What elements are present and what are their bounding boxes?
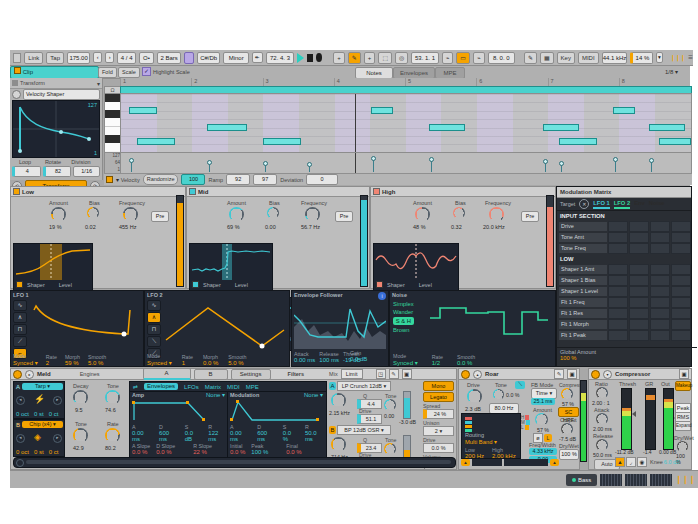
- warning-triangle-icon[interactable]: ▲: [550, 459, 559, 466]
- fb-time-field[interactable]: 25.1 ms: [531, 398, 555, 405]
- arrangement-back-button[interactable]: ↞: [252, 52, 262, 63]
- roar-tone-tilt-icon[interactable]: ⟍: [515, 381, 525, 389]
- activity-view-button[interactable]: ◉: [637, 457, 647, 467]
- spread-field[interactable]: 24 %: [423, 409, 454, 419]
- punch-in-icon[interactable]: ⌁: [442, 52, 454, 64]
- matrix-cell[interactable]: [671, 232, 691, 243]
- matrix-row-label[interactable]: Shaper 1 Amt: [559, 265, 607, 274]
- engine-a-prev-icon[interactable]: ◂: [16, 396, 25, 405]
- mid-bias-knob[interactable]: [267, 207, 279, 219]
- computer-midi-keyboard-icon[interactable]: ▦: [540, 52, 554, 64]
- swap-icon[interactable]: ⇄: [133, 383, 138, 390]
- velocity-lane-menu[interactable]: ▾ Velocity: [116, 176, 140, 183]
- scale-button[interactable]: Scale: [118, 67, 140, 78]
- device-on-toggle[interactable]: [591, 370, 600, 379]
- triangle-wave-button[interactable]: ∧: [13, 312, 27, 323]
- matrix-cell[interactable]: [671, 297, 691, 308]
- amp-dslope-field[interactable]: 0.0 %: [156, 449, 171, 455]
- matrix-cell[interactable]: [629, 308, 649, 319]
- ratio-knob[interactable]: [596, 387, 608, 399]
- loop-switch-icon[interactable]: ▭: [456, 52, 470, 64]
- matrix-cell[interactable]: [650, 319, 670, 330]
- mono-button[interactable]: Mono: [423, 381, 454, 391]
- band-high-color-icon[interactable]: [373, 188, 380, 195]
- filter-a-level-fader[interactable]: [403, 391, 411, 419]
- engine-b-prev-icon[interactable]: ◂: [16, 434, 25, 443]
- matrix-row-label[interactable]: Shaper 1 Level: [559, 287, 607, 296]
- midi-draw-icon[interactable]: ✎: [524, 52, 537, 64]
- mod-release-field[interactable]: 50.0 ms: [305, 430, 317, 442]
- lfo2-smooth-field[interactable]: 5.0 %: [228, 360, 243, 366]
- high-amount-knob[interactable]: [415, 207, 430, 222]
- device-on-toggle[interactable]: [13, 370, 22, 379]
- ef-attack-field[interactable]: 0.00 ms: [294, 357, 315, 363]
- bar-ruler[interactable]: 12345678: [120, 78, 690, 86]
- lfo2-mode-menu[interactable]: Synced ▾: [147, 360, 172, 366]
- matrix-cell[interactable]: [629, 232, 649, 243]
- square-wave-button[interactable]: ⊓: [147, 324, 161, 335]
- loop-toggle-icon[interactable]: ◎: [395, 52, 408, 64]
- high-shaper-display[interactable]: ShaperLevel Poly ▾0.0 dB: [373, 243, 459, 297]
- engine-b-next-icon[interactable]: ▸: [53, 434, 62, 443]
- fb-amount-knob[interactable]: [535, 413, 548, 426]
- link-button[interactable]: Link: [24, 52, 43, 64]
- noise-type-sh[interactable]: S & H: [393, 317, 414, 325]
- filter-a-freq-knob[interactable]: [331, 393, 346, 408]
- low-frequency-knob[interactable]: [123, 207, 138, 222]
- device-on-toggle[interactable]: [461, 370, 470, 379]
- sine-wave-button[interactable]: ∿: [13, 300, 27, 311]
- punch-out-icon[interactable]: ⌁: [473, 52, 485, 64]
- subtab-midi[interactable]: MIDI: [227, 384, 240, 390]
- piano-roll-grid[interactable]: [120, 93, 692, 154]
- filter-a-drive-field[interactable]: 51.1: [357, 414, 382, 424]
- fold-device-icon[interactable]: ▾: [603, 370, 612, 379]
- preset-power-icon[interactable]: [12, 90, 21, 99]
- sine-wave-button[interactable]: ∿: [147, 300, 161, 311]
- midi-note[interactable]: [129, 107, 157, 114]
- threshold-meter[interactable]: [621, 388, 632, 450]
- matrix-cell[interactable]: [650, 308, 670, 319]
- matrix-cell[interactable]: [629, 330, 649, 341]
- deviation-field[interactable]: 0: [306, 174, 338, 185]
- device-thumbnail[interactable]: [625, 474, 647, 486]
- matrix-cell[interactable]: [629, 297, 649, 308]
- matrix-row-label[interactable]: Flt 1 Res: [559, 309, 607, 318]
- nudge-down-button[interactable]: ‹: [93, 52, 102, 63]
- fold-device-icon[interactable]: ▴: [473, 370, 482, 379]
- matrix-cell[interactable]: [608, 286, 628, 297]
- midi-note[interactable]: [137, 138, 175, 145]
- comp-util-icon[interactable]: ▣: [679, 369, 689, 379]
- roar-drywet-field[interactable]: 100 %: [559, 449, 579, 460]
- engine-a-next-icon[interactable]: ▸: [53, 396, 62, 405]
- add-locator-button[interactable]: +: [333, 52, 345, 64]
- matrix-target-env[interactable]: Env: [634, 200, 645, 209]
- matrix-cell[interactable]: [629, 319, 649, 330]
- matrix-cell[interactable]: [650, 286, 670, 297]
- ef-release-field[interactable]: 100 ms: [319, 357, 339, 363]
- midi-map-button[interactable]: MIDI: [578, 52, 599, 64]
- midi-note[interactable]: [659, 138, 691, 145]
- high-shaper-on-toggle[interactable]: [376, 281, 383, 288]
- amp-decay-field[interactable]: 600 ms: [159, 430, 169, 442]
- randomize-button[interactable]: Randomize: [143, 174, 179, 185]
- mid-pre-button[interactable]: Pre: [335, 211, 353, 222]
- lfo1-morph-field[interactable]: 59 %: [65, 360, 79, 366]
- noise-type-wander[interactable]: Wander: [393, 309, 414, 315]
- play-button[interactable]: [297, 53, 304, 63]
- matrix-target-lfo1[interactable]: LFO 1: [593, 200, 609, 209]
- fold-device-icon[interactable]: ▸: [25, 370, 34, 379]
- loop-field[interactable]: 4: [12, 166, 41, 177]
- scale-root-menu[interactable]: C#/Db: [197, 52, 220, 64]
- mod-route-menu[interactable]: None ▾: [304, 391, 323, 398]
- quantize-menu[interactable]: 2 Bars: [157, 52, 182, 64]
- low-shaper-display[interactable]: ShaperLevel Fractal ▾6.4 dB: [13, 243, 93, 297]
- meld-util-icon-2[interactable]: ✎: [389, 369, 399, 379]
- selection-box-icon[interactable]: ⬚: [378, 52, 392, 64]
- matrix-cell[interactable]: [608, 275, 628, 286]
- hamburger-menu-icon[interactable]: ≡: [688, 53, 693, 62]
- device-thumbnail[interactable]: [600, 474, 622, 486]
- triangle-wave-button[interactable]: ∧: [147, 312, 161, 323]
- high-bias-knob[interactable]: [453, 207, 465, 219]
- grid-size-menu[interactable]: 1/8 ▾: [665, 68, 678, 75]
- noise-smooth-field[interactable]: 0.0 %: [457, 360, 472, 366]
